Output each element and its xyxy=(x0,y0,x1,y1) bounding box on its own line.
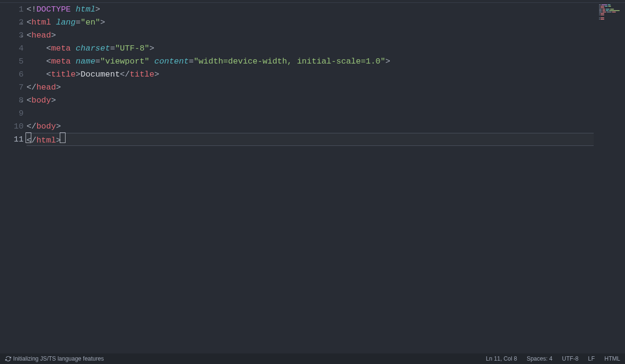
code-token: "viewport" xyxy=(100,57,149,66)
selection-box xyxy=(26,133,31,143)
indentation-status[interactable]: Spaces: 4 xyxy=(525,355,554,362)
code-token: < xyxy=(27,31,31,40)
fold-chevron-icon[interactable]: ⌄ xyxy=(17,16,27,29)
text-cursor xyxy=(60,133,65,143)
code-token: > xyxy=(154,70,159,79)
status-bar-left: Initializing JS/TS language features xyxy=(3,355,106,363)
code-token: </ xyxy=(120,70,130,79)
code-token: head xyxy=(31,31,51,40)
code-token: "width=device-width, initial-scale=1.0" xyxy=(194,57,386,66)
code-line[interactable]: </head> xyxy=(27,81,594,94)
cursor-position[interactable]: Ln 11, Col 8 xyxy=(484,355,519,362)
code-token: head xyxy=(36,83,56,92)
sync-status[interactable]: Initializing JS/TS language features xyxy=(3,355,106,363)
code-token: > xyxy=(149,44,154,53)
code-token: = xyxy=(189,57,194,66)
minimap[interactable] xyxy=(597,3,625,353)
code-token: > xyxy=(76,70,80,79)
code-token: lang xyxy=(56,18,76,27)
code-token: name xyxy=(76,57,95,66)
eol-status[interactable]: LF xyxy=(586,355,597,362)
code-token: html xyxy=(36,136,56,145)
code-token: meta xyxy=(51,57,71,66)
code-token: charset xyxy=(76,44,110,53)
code-token: body xyxy=(36,122,56,131)
language-mode[interactable]: HTML xyxy=(602,355,622,362)
code-token: > xyxy=(56,83,61,92)
code-token: meta xyxy=(51,44,71,53)
code-token: Document xyxy=(80,70,120,79)
code-line[interactable] xyxy=(27,107,594,120)
code-token xyxy=(71,5,76,14)
code-token: "UTF-8" xyxy=(115,44,149,53)
code-token: </ xyxy=(27,83,36,92)
code-line[interactable]: <body> xyxy=(27,94,594,107)
code-token: > xyxy=(95,5,100,14)
code-line[interactable]: <meta charset="UTF-8"> xyxy=(27,42,594,55)
status-bar-right: Ln 11, Col 8 Spaces: 4 UTF-8 LF HTML xyxy=(484,355,622,362)
code-token: title xyxy=(130,70,154,79)
code-line[interactable]: <html lang="en"> xyxy=(27,16,594,29)
code-line[interactable]: <head> xyxy=(27,29,594,42)
code-token: body xyxy=(31,96,51,105)
code-token: = xyxy=(110,44,115,53)
fold-chevron-icon[interactable]: ⌄ xyxy=(17,29,27,42)
code-token: < xyxy=(27,18,31,27)
code-token: > xyxy=(51,31,56,40)
code-line[interactable]: <meta name="viewport" content="width=dev… xyxy=(27,55,594,68)
code-token: html xyxy=(31,18,51,27)
code-token: <! xyxy=(27,5,36,14)
code-token: > xyxy=(56,122,61,131)
code-content[interactable]: <!DOCTYPE html><html lang="en"><head> <m… xyxy=(27,3,594,353)
fold-chevron-icon[interactable]: ⌄ xyxy=(17,94,27,107)
code-token: > xyxy=(51,96,56,105)
code-line[interactable]: <title>Document</title> xyxy=(27,68,594,81)
code-token xyxy=(71,44,76,53)
code-token: </ xyxy=(27,122,36,131)
code-token: "en" xyxy=(80,18,100,27)
code-token xyxy=(149,57,154,66)
encoding-status[interactable]: UTF-8 xyxy=(560,355,580,362)
code-token: DOCTYPE xyxy=(36,5,70,14)
code-token: html xyxy=(76,5,95,14)
status-bar: Initializing JS/TS language features Ln … xyxy=(0,353,625,364)
code-token: < xyxy=(46,70,51,79)
code-token: > xyxy=(100,18,105,27)
code-token: > xyxy=(386,57,390,66)
code-token: content xyxy=(154,57,188,66)
code-token: = xyxy=(95,57,100,66)
code-token xyxy=(51,18,56,27)
code-line[interactable]: </html> xyxy=(27,133,594,146)
fold-gutter[interactable]: ⌄⌄⌄⌄⌄⌄⌄⌄⌄⌄⌄ xyxy=(17,3,27,353)
code-token: < xyxy=(27,96,31,105)
code-token: < xyxy=(46,44,51,53)
code-token: = xyxy=(76,18,80,27)
code-token: title xyxy=(51,70,76,79)
init-text: Initializing JS/TS language features xyxy=(13,355,104,362)
code-token xyxy=(71,57,76,66)
editor-area[interactable]: 1234567891011 ⌄⌄⌄⌄⌄⌄⌄⌄⌄⌄⌄ <!DOCTYPE html… xyxy=(0,3,625,353)
code-token: < xyxy=(46,57,51,66)
sync-icon xyxy=(5,355,12,362)
code-line[interactable]: </body> xyxy=(27,120,594,133)
code-line[interactable]: <!DOCTYPE html> xyxy=(27,3,594,16)
